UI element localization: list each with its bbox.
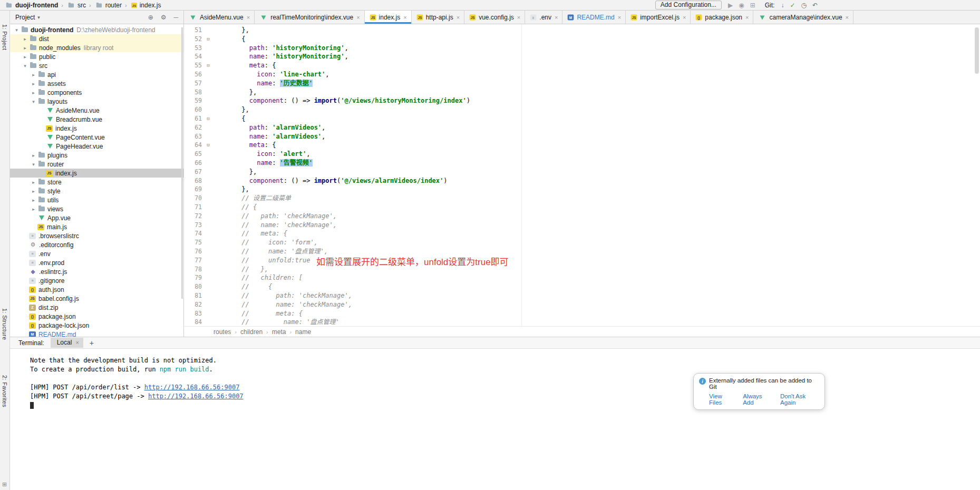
tool-button-structure[interactable]: 1: Structure: [2, 308, 8, 340]
tree-item[interactable]: PageContent.vue: [10, 133, 183, 142]
close-icon[interactable]: ×: [403, 14, 406, 21]
tab-vue-config-js[interactable]: JSvue.config.js×: [464, 11, 525, 24]
chevron-right-icon[interactable]: ▸: [30, 207, 37, 212]
close-icon[interactable]: ×: [555, 14, 558, 21]
chevron-right-icon[interactable]: ▸: [30, 90, 37, 95]
hide-panel-icon[interactable]: ─: [173, 14, 178, 21]
tree-item[interactable]: PageHeader.vue: [10, 142, 183, 151]
tree-item[interactable]: {}package-lock.json: [10, 321, 183, 330]
project-tree-scrollbar[interactable]: [181, 27, 183, 299]
tree-item[interactable]: ≡.browserslistrc: [10, 231, 183, 240]
tree-item[interactable]: ⚙.editorconfig: [10, 240, 183, 249]
chevron-right-icon[interactable]: ▸: [30, 198, 37, 203]
terminal-tab-local[interactable]: Local ×: [51, 338, 83, 348]
chevron-down-icon[interactable]: ▾: [30, 162, 37, 167]
chevron-right-icon[interactable]: ▸: [22, 36, 28, 42]
tree-item[interactable]: JSbabel.config.js: [10, 294, 183, 303]
tree-item[interactable]: Zdist.zip: [10, 303, 183, 312]
add-configuration-button[interactable]: Add Configuration...: [655, 1, 722, 9]
debug-icon[interactable]: ◉: [739, 2, 744, 8]
profile-icon[interactable]: ⊞: [750, 2, 755, 8]
run-icon[interactable]: ▶: [728, 2, 733, 8]
close-icon[interactable]: ×: [517, 14, 520, 21]
tree-item[interactable]: ▸api: [10, 70, 183, 79]
close-icon[interactable]: ×: [745, 14, 749, 21]
notification-action-view-files[interactable]: View Files: [709, 393, 734, 406]
terminal-link[interactable]: http://192.168.66.56:9007: [144, 384, 240, 391]
tab-http-api-js[interactable]: JShttp-api.js×: [412, 11, 464, 24]
chevron-right-icon[interactable]: ▸: [30, 180, 37, 185]
chevron-down-icon[interactable]: ▾: [30, 99, 37, 104]
tab-package-json[interactable]: {}package.json×: [691, 11, 753, 24]
git-history-icon[interactable]: ◷: [801, 2, 806, 8]
fold-icon[interactable]: ⊟: [202, 141, 215, 150]
tool-windows-icon[interactable]: ⊞: [2, 481, 7, 488]
tree-item[interactable]: Breadcrumb.vue: [10, 115, 183, 124]
code-area[interactable]: 5152⊟535455⊟565758596061⊟626364⊟65666768…: [184, 24, 980, 326]
chevron-right-icon[interactable]: ▸: [30, 81, 37, 86]
breadcrumb-item[interactable]: src: [66, 1, 86, 9]
editor-breadcrumb-item[interactable]: routes: [214, 328, 231, 336]
tree-item[interactable]: ▸dist: [10, 34, 183, 43]
tree-item[interactable]: JSindex.js: [10, 169, 183, 178]
tree-item[interactable]: AsideMenu.vue: [10, 106, 183, 115]
editor-scrollbar[interactable]: [975, 27, 979, 74]
tree-item[interactable]: ≡.env: [10, 249, 183, 258]
chevron-down-icon[interactable]: ▾: [13, 27, 20, 33]
tree-item[interactable]: MREADME.md: [10, 330, 183, 337]
editor-breadcrumb-item[interactable]: children: [240, 328, 263, 336]
fold-icon[interactable]: ⊟: [202, 35, 215, 44]
fold-icon[interactable]: ⊟: [202, 114, 215, 123]
tree-item[interactable]: {}auth.json: [10, 285, 183, 294]
tree-item[interactable]: JSmain.js: [10, 222, 183, 231]
editor-breadcrumb-item[interactable]: name: [295, 328, 311, 336]
new-terminal-button[interactable]: +: [90, 339, 94, 347]
chevron-right-icon[interactable]: ▸: [30, 189, 37, 194]
git-update-icon[interactable]: ↓: [781, 2, 784, 8]
tree-item[interactable]: ≡.gitignore: [10, 276, 183, 285]
tool-button-favorites[interactable]: 2: Favorites: [2, 375, 8, 407]
breadcrumb-item[interactable]: JSindex.js: [130, 2, 161, 9]
terminal-output[interactable]: Note that the development build is not o…: [10, 349, 980, 490]
tree-item[interactable]: JSindex.js: [10, 124, 183, 133]
tree-item[interactable]: ▸node_moduleslibrary root: [10, 43, 183, 52]
tab-asidemenu-vue[interactable]: AsideMenu.vue×: [184, 11, 255, 24]
locate-file-icon[interactable]: ⊕: [148, 14, 153, 21]
close-icon[interactable]: ×: [356, 14, 360, 21]
chevron-right-icon[interactable]: ▸: [30, 72, 37, 77]
project-view-selector[interactable]: Project ▾: [15, 14, 40, 21]
chevron-right-icon[interactable]: ▸: [30, 153, 37, 158]
tree-item[interactable]: ▸style: [10, 187, 183, 195]
tree-item[interactable]: ▸views: [10, 204, 183, 213]
tab--env[interactable]: ≡.env×: [525, 11, 562, 24]
tab-index-js[interactable]: JSindex.js×: [365, 11, 412, 24]
tool-button-project[interactable]: 1: Project: [2, 24, 8, 50]
tab-readme-md[interactable]: MREADME.md×: [562, 11, 626, 24]
tab-realtimemonitoring-index-vue[interactable]: realTimeMonitoring\index.vue×: [255, 11, 364, 24]
terminal-link[interactable]: http://192.168.66.56:9007: [148, 393, 244, 400]
tree-item[interactable]: ▸components: [10, 88, 183, 97]
tree-item[interactable]: ≡.env.prod: [10, 258, 183, 267]
breadcrumb-item[interactable]: router: [94, 1, 122, 9]
editor-breadcrumb-item[interactable]: meta: [272, 328, 286, 336]
chevron-right-icon[interactable]: ▸: [22, 45, 28, 51]
tab-cameramanage-index-vue[interactable]: cameraManage\index.vue×: [753, 11, 853, 24]
close-icon[interactable]: ×: [846, 14, 849, 21]
chevron-down-icon[interactable]: ▾: [22, 63, 28, 68]
git-rollback-icon[interactable]: ↶: [812, 2, 818, 8]
tab-importexcel-js[interactable]: JSimportExcel.js×: [626, 11, 691, 24]
tree-item[interactable]: ▾duoji-frontendD:\zheheWeb\duoji-fronten…: [10, 25, 183, 34]
close-icon[interactable]: ×: [457, 14, 460, 21]
close-icon[interactable]: ×: [75, 339, 79, 346]
tree-item[interactable]: ▸public: [10, 52, 183, 61]
settings-icon[interactable]: ⚙: [161, 14, 167, 21]
notification-action-always-add[interactable]: Always Add: [743, 393, 772, 406]
close-icon[interactable]: ×: [683, 14, 686, 21]
tree-item[interactable]: ◆.eslintrc.js: [10, 267, 183, 276]
breadcrumb-item[interactable]: duoji-frontend: [4, 1, 58, 9]
close-icon[interactable]: ×: [247, 14, 250, 21]
fold-icon[interactable]: ⊟: [202, 61, 215, 70]
notification-action-don-t-ask-again[interactable]: Don't Ask Again: [780, 393, 819, 406]
tree-item[interactable]: {}package.json: [10, 312, 183, 321]
git-commit-icon[interactable]: ✓: [790, 2, 795, 8]
